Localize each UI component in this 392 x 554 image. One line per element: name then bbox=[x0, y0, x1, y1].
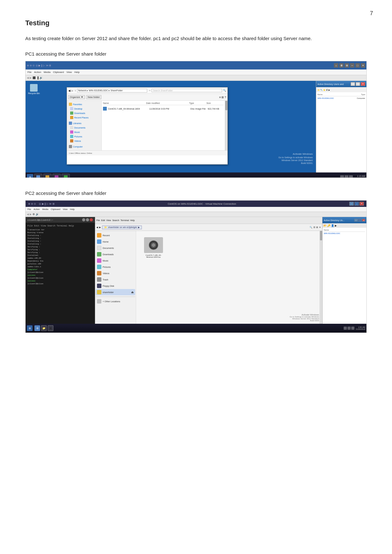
host-menu-clipboard[interactable]: Clipboard bbox=[51, 208, 60, 210]
eject-icon[interactable]: ⏏ bbox=[131, 291, 134, 294]
minimize-icon[interactable]: ─ bbox=[350, 63, 354, 68]
forward-btn[interactable]: ▶ bbox=[30, 76, 32, 79]
organize-btn[interactable]: Organize ▼ bbox=[68, 95, 85, 99]
pc2-ad-row[interactable]: WIN-IS3JDIELGDC bbox=[324, 232, 365, 234]
toolbar-icon3[interactable]: 🔊 bbox=[39, 76, 43, 79]
ad-toolbar-icon1[interactable]: 📁 bbox=[317, 89, 320, 91]
pc2-start[interactable]: ⊞ bbox=[27, 325, 33, 331]
fm-back[interactable]: ◀ bbox=[96, 226, 98, 229]
pc2-sys-icon3[interactable] bbox=[351, 327, 354, 330]
ad-toolbar-icon2[interactable]: 🔧 bbox=[320, 89, 323, 91]
menu-clipboard[interactable]: Clipboard bbox=[53, 71, 64, 74]
term-close[interactable] bbox=[90, 218, 93, 221]
sidebar-desktop[interactable]: Desktop bbox=[68, 106, 101, 111]
ad-data-row[interactable]: WIN-IS3JDIELGDC Computer bbox=[317, 97, 365, 99]
menu-view[interactable]: View bbox=[66, 71, 72, 74]
sidebar-videos[interactable]: Videos bbox=[68, 139, 101, 143]
fm-menu-edit[interactable]: Edit bbox=[101, 219, 105, 221]
pc2-sys-icon1[interactable] bbox=[344, 327, 347, 330]
windows-icon[interactable]: ⊞ bbox=[345, 63, 349, 68]
fm-sidebar-videos[interactable]: Videos bbox=[96, 270, 135, 276]
pc2-ad-toolbar1[interactable]: 📂 bbox=[323, 224, 327, 227]
sidebar-favorites[interactable]: Favorites bbox=[68, 102, 101, 106]
pc2-taskbar-icon2[interactable]: 📁 bbox=[41, 325, 47, 331]
vm-minimize[interactable]: ─ bbox=[349, 202, 354, 206]
fm-sidebar-documents[interactable]: Documents bbox=[96, 245, 135, 251]
fm-menu-view[interactable]: View bbox=[106, 219, 111, 221]
fm-sidebar-music[interactable]: Music bbox=[96, 257, 135, 264]
pc2-sys-icon2[interactable] bbox=[347, 327, 351, 330]
file-row[interactable]: CentOS-7-x86_64-Minimal-1804 11/28/2018 … bbox=[103, 106, 224, 111]
fm-sidebar-other[interactable]: + Other Locations bbox=[96, 298, 135, 304]
fm-list-icon[interactable]: ☰ bbox=[313, 226, 315, 229]
fm-sidebar-share[interactable]: sharefolder ⏏ bbox=[96, 289, 135, 295]
pc2-ad-maximize[interactable]: □ bbox=[358, 219, 361, 221]
fm-address-breadcrumb[interactable]: 📁 sharefolder on win-is3jdielgdc ▶ bbox=[102, 226, 142, 229]
pc2-taskbar-icon3[interactable]: 🖥 bbox=[48, 325, 53, 331]
ad-toolbar-icon5[interactable]: ▶ bbox=[329, 89, 330, 91]
help-icon[interactable]: ? bbox=[225, 96, 226, 99]
pc2-ad-toolbar3[interactable]: 👤 bbox=[331, 224, 334, 227]
host-menu-view[interactable]: View bbox=[63, 208, 68, 210]
back-btn[interactable]: ◀ bbox=[27, 76, 29, 79]
vm-maximize[interactable]: □ bbox=[354, 202, 359, 206]
fm-sidebar-recent[interactable]: Recent bbox=[96, 232, 135, 238]
taskbar-item-2[interactable] bbox=[43, 174, 51, 178]
host-menu-file[interactable]: File bbox=[27, 208, 31, 210]
nav-forward[interactable]: ▶ bbox=[71, 89, 74, 92]
sidebar-recent[interactable]: Recent Places bbox=[68, 115, 101, 120]
fm-sidebar-floppy[interactable]: Floppy Disk bbox=[96, 283, 135, 289]
pc2-ad-close[interactable]: ✕ bbox=[362, 219, 365, 221]
fm-sidebar-trash[interactable]: Trash bbox=[96, 276, 135, 283]
host-back[interactable]: ◀ bbox=[27, 213, 29, 216]
fm-sidebar-downloads[interactable]: Downloads bbox=[96, 251, 135, 257]
term-minimize[interactable] bbox=[82, 218, 85, 221]
network-tray-icon[interactable] bbox=[340, 175, 344, 178]
pc2-ad-minimize[interactable]: ─ bbox=[354, 219, 358, 221]
fm-sidebar-home[interactable]: Home bbox=[96, 238, 135, 245]
menu-action[interactable]: Action bbox=[34, 71, 41, 74]
fm-grid-icon[interactable]: ⊞ bbox=[316, 226, 318, 229]
view-icon2[interactable]: ⊞ bbox=[221, 96, 224, 99]
menu-media[interactable]: Media bbox=[44, 71, 51, 74]
nav-back[interactable]: ◀ bbox=[68, 89, 70, 92]
fm-menu-terminal[interactable]: Terminal bbox=[121, 219, 129, 221]
sidebar-network[interactable]: Network bbox=[68, 150, 101, 150]
close-icon[interactable]: ✕ bbox=[361, 63, 365, 68]
maximize-icon[interactable]: □ bbox=[355, 63, 360, 68]
search-icon[interactable]: 🔍 bbox=[223, 89, 226, 92]
fm-sidebar-pictures[interactable]: Pictures bbox=[96, 264, 135, 270]
toolbar-icon1[interactable]: ⬛ bbox=[33, 76, 36, 79]
menu-help[interactable]: Help bbox=[74, 71, 79, 74]
volume-tray-icon[interactable] bbox=[345, 175, 348, 178]
ad-toolbar-icon4[interactable]: 🖨 bbox=[326, 89, 328, 91]
fm-scrollbar-thumb[interactable] bbox=[320, 231, 322, 240]
fm-menu-file[interactable]: File bbox=[96, 219, 100, 221]
explorer-address-bar[interactable]: ◀ ▶ ↑ Network ▸ WIN-IS3JDIELGDC ▸ ShareF… bbox=[67, 87, 227, 94]
sidebar-libraries[interactable]: Libraries bbox=[68, 121, 101, 125]
pc2-ad-toolbar4[interactable]: ▶ bbox=[335, 224, 337, 227]
fm-menu-search[interactable]: Search bbox=[112, 219, 119, 221]
term-maximize[interactable] bbox=[86, 218, 89, 221]
sidebar-downloads[interactable]: Downloads bbox=[68, 111, 101, 115]
new-folder-btn[interactable]: New folder bbox=[86, 95, 101, 99]
host-menu-action[interactable]: Action bbox=[33, 208, 39, 210]
host-menu-help[interactable]: Help bbox=[70, 208, 75, 210]
view-icon1[interactable]: ≡ bbox=[219, 96, 221, 99]
host-tools[interactable]: ⚙ bbox=[33, 213, 35, 216]
taskbar-item-4[interactable] bbox=[62, 174, 70, 178]
ad-close[interactable]: ✕ bbox=[361, 82, 365, 86]
sidebar-computer[interactable]: Computer bbox=[68, 144, 101, 149]
sidebar-documents[interactable]: Documents bbox=[68, 125, 101, 130]
power-tray-icon[interactable] bbox=[349, 175, 353, 178]
fm-scrollbar[interactable] bbox=[320, 231, 322, 324]
vm-close[interactable]: ✕ bbox=[359, 202, 364, 206]
scrollbar-thumb[interactable] bbox=[225, 101, 227, 110]
nav-up[interactable]: ↑ bbox=[75, 89, 76, 92]
fm-close-search[interactable]: ✕ bbox=[319, 226, 321, 229]
search-box[interactable]: Search ShareFolder bbox=[152, 89, 222, 92]
ad-toolbar-icon3[interactable]: ⭐ bbox=[323, 89, 325, 91]
fm-menu-help[interactable]: Help bbox=[130, 219, 135, 221]
sidebar-pictures[interactable]: Pictures bbox=[68, 134, 101, 139]
search-go[interactable]: → bbox=[148, 89, 151, 92]
